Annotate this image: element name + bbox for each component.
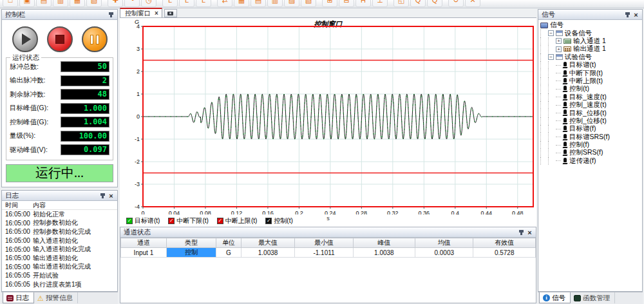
tree-item[interactable]: 目标谱(t) [540,61,642,69]
link-icon[interactable]: ⊞ [322,0,337,7]
star-icon[interactable]: ✚ [108,0,123,7]
stop-button[interactable] [47,26,73,52]
tree-item[interactable]: 控制_位移(t) [540,117,642,125]
tab-secondary[interactable]: 函数管理 [571,292,615,303]
legend-item[interactable]: ✓中断下限(t) [168,216,208,225]
window-icon[interactable]: □ [3,0,18,7]
schedule-icon[interactable]: ◔ [124,0,140,7]
tab-control-window[interactable]: 控制窗口 × [120,8,162,17]
tab-primary[interactable]: 日志 [3,292,34,303]
channel-col-header[interactable]: 单位 [216,238,242,248]
tree-item[interactable]: −设备信号 [540,29,642,37]
L-plot-icon[interactable]: L [196,0,211,7]
channel-status-table: 通道类型单位最大值最小值峰值均值有效值 Input 1控制G1.0038-1.1… [120,238,536,258]
chart-plot-area[interactable]: 43210-1-2-3-400.040.080.120.160.20.240.2… [120,18,536,214]
zoom-out-icon[interactable]: Q [427,0,442,7]
log-entry[interactable]: 16:05:05执行进度表第1项 [2,280,117,289]
tree-item[interactable]: 逆传递(f) [540,157,642,165]
report-icon[interactable]: ▦ [70,0,85,7]
pin-icon[interactable] [107,11,115,19]
fit-box-icon[interactable]: ◱ [393,0,409,7]
tree-item[interactable]: 中断上限(t) [540,77,642,85]
table2-icon[interactable]: ▤ [251,0,266,7]
tree-item[interactable]: 控制SRS(f) [540,149,642,157]
channel-col-header[interactable]: 最小值 [295,238,353,248]
legend-checkbox[interactable]: ✓ [265,218,272,224]
tab-primary[interactable]: i信号 [539,292,571,303]
legend-item[interactable]: ✓中断上限(t) [217,216,257,225]
channel-col-header[interactable]: 最大值 [241,238,295,248]
table3-icon[interactable]: ▥ [267,0,283,7]
save-layout-icon[interactable]: ▥ [53,0,68,7]
log-col-time: 时间 [2,201,33,210]
chart-icon[interactable]: ▨ [284,0,299,7]
transfer-icon[interactable]: ⇄ [217,0,232,7]
channel-col-header[interactable]: 有效值 [473,238,536,248]
pin-icon[interactable] [517,229,526,236]
tree-item[interactable]: 中断下限(t) [540,69,642,77]
L-plot-icon[interactable]: L [162,0,178,7]
pin-icon[interactable] [99,192,107,200]
collapse-icon[interactable]: − [548,54,554,60]
status-field-value: 100.00 [61,131,109,142]
channel-col-header[interactable]: 通道 [121,238,167,248]
channel-row[interactable]: Input 1控制G1.0038-1.10111.00380.00030.572… [121,248,536,258]
tree-item[interactable]: 目标谱(f) [540,125,642,133]
legend-checkbox[interactable]: ✓ [168,218,175,224]
channel-col-header[interactable]: 峰值 [353,238,415,248]
right-bottom-tabbar: i信号函数管理 [538,292,643,304]
tree-item[interactable]: 目标谱SRS(f) [540,133,642,140]
tab-close-icon[interactable]: × [155,10,158,17]
log-entry[interactable]: 16:05:00控制参数初始化完成 [2,227,117,236]
pause-button[interactable] [82,26,108,52]
tab-secondary[interactable]: ⚠报警信息 [34,292,78,303]
tree-item[interactable]: +输入通道 1 [540,37,642,45]
snapshot-button[interactable] [164,9,177,17]
unlink-icon[interactable]: ⊟ [339,0,354,7]
close-icon[interactable]: × [107,192,115,200]
log-entry[interactable]: 16:05:00输入通道初始化完成 [2,245,117,254]
expand-icon[interactable]: + [556,46,562,52]
channel-col-header[interactable]: 类型 [166,238,216,248]
edit-chart-icon[interactable]: ▧ [301,0,316,7]
legend-checkbox[interactable]: ✓ [126,218,133,224]
tree-item[interactable]: 控制(f) [540,141,642,149]
fit-h-icon[interactable]: H [355,0,371,7]
tree-item[interactable]: 目标_速度(t) [540,93,642,101]
log-entry-content: 执行进度表第1项 [33,280,117,289]
close-icon[interactable]: ✕ [465,0,480,7]
log-entry[interactable]: 16:05:00输出通道初始化 [2,254,117,263]
legend-item[interactable]: ✓目标谱(t) [126,216,160,225]
L-plot-icon[interactable]: L [179,0,194,7]
tree-item[interactable]: 控制(t) [540,85,642,93]
collapse-icon[interactable]: − [548,30,554,36]
close-icon[interactable]: × [526,229,534,236]
svg-text:-2: -2 [135,158,140,165]
clock-icon[interactable]: ◷ [141,0,156,7]
print-icon[interactable]: ▧ [86,0,102,7]
tree-item[interactable]: −试验信号 [540,53,642,61]
fit-v-icon[interactable]: ⊥ [372,0,388,7]
refresh-icon[interactable]: ↺ [448,0,464,7]
log-entry[interactable]: 16:05:00输出通道初始化完成 [2,263,117,272]
table-icon[interactable]: ▦ [234,0,249,7]
pin-icon[interactable] [623,11,632,19]
play-button[interactable] [12,26,38,52]
svg-text:0.12: 0.12 [231,210,243,214]
legend-item[interactable]: ✓控制(t) [265,216,292,225]
expand-icon[interactable]: + [556,38,562,44]
tree-item[interactable]: 控制_速度(t) [540,101,642,109]
channel-col-header[interactable]: 均值 [415,238,473,248]
legend-checkbox[interactable]: ✓ [217,218,223,224]
log-entry[interactable]: 16:05:00控制参数初始化 [2,219,117,228]
log-entry[interactable]: 16:05:00输入通道初始化 [2,236,117,245]
log-entry[interactable]: 16:05:05开始试验 [2,271,117,280]
close-icon[interactable]: × [632,11,640,19]
zoom-in-icon[interactable]: Q [410,0,426,7]
tree-item[interactable]: 信号 [540,21,642,29]
tree-item[interactable]: 目标_位移(t) [540,109,642,117]
window-add-icon[interactable]: ▣ [19,0,35,7]
layout-icon[interactable]: ▤ [36,0,52,7]
log-entry[interactable]: 16:05:00初始化正常 [2,210,117,219]
tree-item[interactable]: +输出通道 1 [540,45,642,53]
